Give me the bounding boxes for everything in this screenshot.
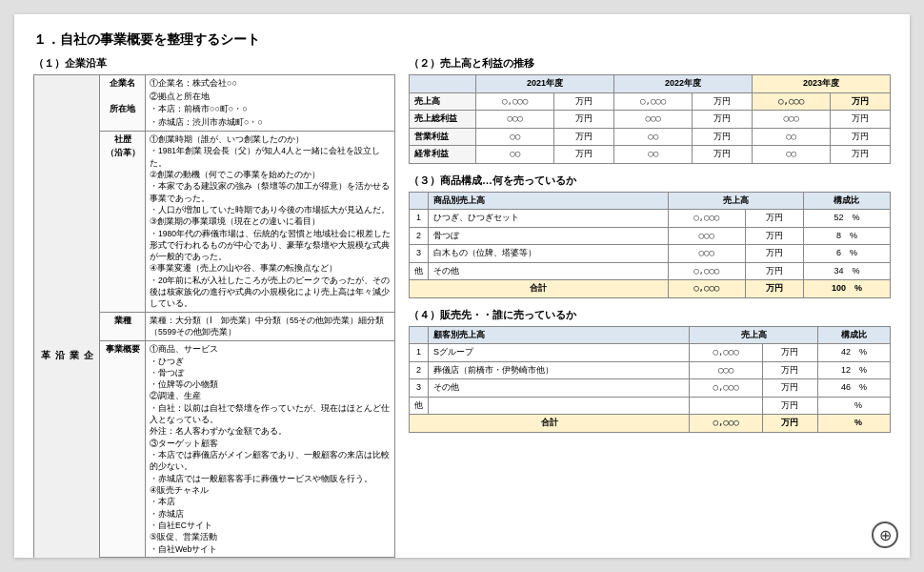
table-row: 売上総利益 ○○○ 万円 ○○○ 万円 ○○○ 万円 [410,111,891,129]
table-row: 経常利益 ○○ 万円 ○○ 万円 ○○ 万円 [410,146,891,164]
section4-block: （４）販売先・・誰に売っているか 顧客別売上高 売上高 構成比 1 [409,308,891,433]
customer-value: ○○○ [690,361,762,379]
total-label: 合計 [410,280,669,298]
customer-label: Sグループ [429,344,690,362]
row-no: 2 [410,227,429,245]
table-row: 他 その他 ○,○○○ 万円 34 % [410,262,891,280]
unit: 万円 [554,111,614,129]
col-sales: 売上高 [690,326,817,344]
ratio: 6 % [803,245,890,263]
ratio: 46 % [817,379,890,398]
unit: 万円 [745,227,803,245]
unit: 万円 [745,262,803,280]
table-row: 1 ひつぎ、ひつぎセット ○,○○○ 万円 52 % [410,210,891,228]
subcategory-sharekii: 社歴（沿革） [100,132,146,313]
col-ratio: 構成比 [803,192,890,210]
ratio: 52 % [803,210,890,228]
unit: 万円 [745,245,803,263]
section3-title: （３）商品構成…何を売っているか [409,174,891,188]
product-value: ○○○ [668,227,745,245]
subcategory-kigyomei: 企業名所在地 [100,75,146,132]
customer-label: その他 [429,379,690,398]
section2-title: （２）売上高と利益の推移 [409,56,891,71]
content-gyoshu: 業種：大分類（Ⅰ 卸売業）中分類（55その他卸売業）細分類（5599その他卸売業… [146,312,395,341]
row-no: 他 [410,397,429,415]
row-keijo-rieki: 経常利益 [410,146,476,164]
table-row: 3 その他 ○,○○○ 万円 46 % [410,379,891,398]
customer-table: 顧客別売上高 売上高 構成比 1 Sグループ ○,○○○ 万円 42 % [409,326,891,433]
content-employees: ①役員：（3名） ②従業員数：（正社員3名、パート2名 ） ③資本金：1,000… [146,557,395,558]
table-row: 2 骨つぼ ○○○ 万円 8 % [410,227,891,245]
customer-label: 葬儀店（前橋市・伊勢崎市他） [429,361,690,379]
unit: 万円 [762,379,817,398]
document-page: １．自社の事業概要を整理するシート （１）企業沿革 企業沿革 企業名所在地 ①企… [14,14,910,558]
col-no [410,192,429,210]
section3-block: （３）商品構成…何を売っているか 商品別売上高 売上高 構成比 1 [409,174,891,298]
unit: 万円 [831,92,891,111]
ratio: 34 % [803,262,890,280]
total-ratio: 100 % [803,280,890,298]
table-header-row: 顧客別売上高 売上高 構成比 [410,326,891,344]
total-label: 合計 [410,415,690,433]
table-row: 3 白木もの（位牌、塔婆等） ○○○ 万円 6 % [410,245,891,263]
unit: 万円 [745,210,803,228]
ratio: 42 % [817,344,890,362]
col-header-2021: 2021年度 [476,75,614,93]
total-row: 合計 ○,○○○ 万円 % [410,415,891,433]
col-header-empty [410,75,476,93]
product-label: 白木もの（位牌、塔婆等） [429,245,669,263]
customer-value: ○,○○○ [690,344,762,362]
unit: 万円 [762,361,817,379]
customer-value: ○,○○○ [690,379,762,398]
table-header-row: 商品別売上高 売上高 構成比 [410,192,891,210]
customer-value [690,397,762,415]
product-value: ○,○○○ [668,262,745,280]
row-uriage-rieki: 売上総利益 [410,111,476,129]
unit: 万円 [693,128,753,146]
unit: 万円 [693,146,753,164]
unit: 万円 [762,344,817,362]
main-layout: （１）企業沿革 企業沿革 企業名所在地 ①企業名：株式会社○○ ②拠点と所在地 … [33,56,891,558]
content-sharekii: ①創業時期（誰が、いつ創業したのか） ・1981年創業 現会長（父）が知人4人と… [146,132,395,313]
col-customer: 顧客別売上高 [429,326,690,344]
eigyo-2021: ○○ [476,128,554,146]
unit: 万円 [762,397,817,415]
customer-label [429,397,690,415]
col-product: 商品別売上高 [429,192,669,210]
uriage-rieki-2023: ○○○ [752,111,830,129]
subcategory-jigyogaiyo: 事業概要 [100,341,146,558]
unit: 万円 [693,92,753,111]
keijo-2021: ○○ [476,146,554,164]
col-header-2022: 2022年度 [613,75,752,93]
section1-title: （１）企業沿革 [33,56,395,71]
total-row: 合計 ○,○○○ 万円 100 % [410,280,891,298]
row-no: 1 [410,210,429,228]
zoom-button[interactable]: ⊕ [872,521,898,548]
product-table: 商品別売上高 売上高 構成比 1 ひつぎ、ひつぎセット ○,○○○ 万円 52 … [409,192,891,298]
unit: 万円 [693,111,753,129]
table-row: 営業利益 ○○ 万円 ○○ 万円 ○○ 万円 [410,128,891,146]
row-uriage: 売上高 [410,92,476,111]
company-table: 企業沿革 企業名所在地 ①企業名：株式会社○○ ②拠点と所在地 ・本店：前橋市○… [33,74,395,558]
unit: 万円 [554,128,614,146]
row-no: 3 [410,245,429,263]
row-no: 2 [410,361,429,379]
unit: 万円 [554,92,614,111]
ratio: 12 % [817,361,890,379]
product-value: ○,○○○ [668,210,745,228]
uriage-2021: ○,○○○ [476,92,554,111]
total-ratio: % [817,415,890,433]
row-eigyo-rieki: 営業利益 [410,128,476,146]
ratio: 8 % [803,227,890,245]
product-label: ひつぎ、ひつぎセット [429,210,669,228]
col-sales: 売上高 [668,192,803,210]
col-no [410,326,429,344]
keijo-2022: ○○ [613,146,692,164]
keijo-2023: ○○ [752,146,830,164]
eigyo-2022: ○○ [613,128,692,146]
unit: 万円 [831,128,891,146]
right-section: （２）売上高と利益の推移 2021年度 2022年度 2023年度 売上高 [409,56,891,558]
category-kigyo: 企業沿革 [34,75,100,559]
table-row: 企業沿革 企業名所在地 ①企業名：株式会社○○ ②拠点と所在地 ・本店：前橋市○… [34,75,395,132]
left-section: （１）企業沿革 企業沿革 企業名所在地 ①企業名：株式会社○○ ②拠点と所在地 … [33,56,395,558]
